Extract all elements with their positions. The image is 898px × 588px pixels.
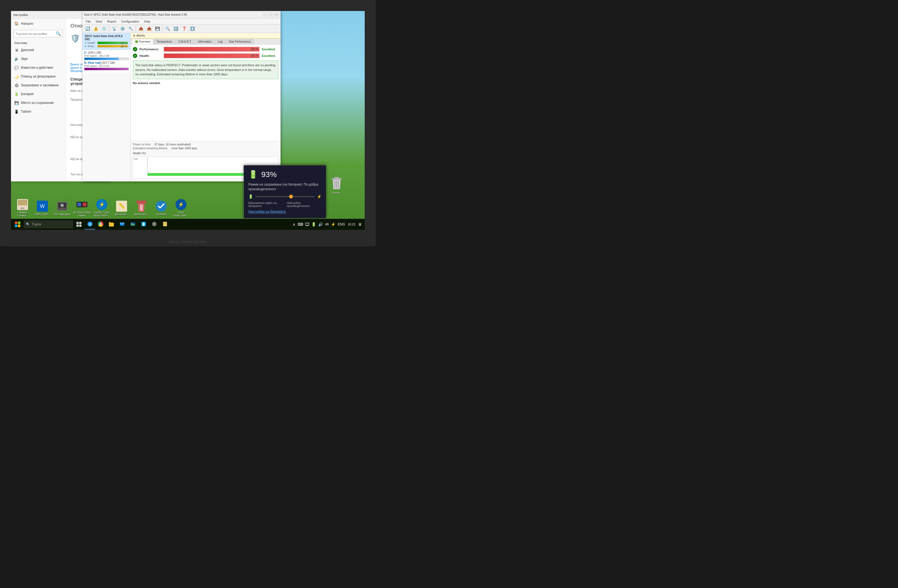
task-view-button[interactable] [74,219,84,230]
dell-brand-label: DELL PRECISION [170,240,206,244]
lifetime-value: more than 1000 days [171,147,197,150]
hdd-close-button[interactable]: ✕ [274,13,279,17]
svg-rect-16 [77,203,81,206]
taskbar-app-store[interactable] [138,219,149,230]
nav-notifications[interactable]: 💬 Известия и действия [11,63,66,72]
tray-icon-volume[interactable]: 🔊 [318,221,323,227]
hdd-menu-file[interactable]: File [84,19,93,24]
toolbar-import[interactable]: 📥 [145,25,153,32]
toolbar-refresh[interactable]: 🔄 [84,25,91,32]
taskbar-search[interactable]: 🔍 Търси [24,220,73,229]
taskbar-app-edge[interactable] [85,219,95,230]
tray-icon-battery[interactable]: 🔋 [311,221,317,227]
toolbar-help[interactable]: ❓ [180,25,188,32]
battery-slider[interactable] [255,196,315,197]
sound-label: Звук [21,57,28,61]
disk-item-ssd[interactable]: SPCC Solid State Disk (476,9 GB) ✔ Healt… [83,33,131,50]
app-turbo2[interactable]: ⚡ Turbo Boost_Intel... [172,198,190,217]
hdd-menu-help[interactable]: Help [142,19,153,24]
storage-icon: 💾 [14,101,19,105]
tray-notification-icon[interactable]: 🖥 [358,221,363,227]
app-deinstall[interactable]: Деинстала... [132,200,151,216]
toolbar-save[interactable]: 💾 [154,25,161,32]
tray-time[interactable]: 10:22 [346,223,357,226]
app-unchecky[interactable]: Unchecky [152,200,171,216]
temp-check-icon: ✔ [85,45,87,48]
tray-lang[interactable]: ENG [337,222,346,227]
health-result: Excellent [262,54,278,57]
temp-stat-row: ✔ Temp.: 100 % [85,45,128,48]
taskbar-app-settings[interactable] [149,219,160,230]
hdd-maximize-button[interactable]: □ [269,13,274,17]
toolbar-info[interactable]: ℹ️ [172,25,180,32]
power-label: Захранване и заспиване [21,83,58,87]
toolbar-wifi[interactable]: 📡 [110,25,118,32]
app-3dvision[interactable]: 3D Vision Photo Viewer [72,198,91,217]
system-header: Система [11,39,66,46]
battery-slider-row: 🔋 ⚡ [248,194,321,199]
perf-status-circle: ✔ [133,47,137,51]
nav-storage[interactable]: 💾 Място за съхранение [11,98,66,107]
nav-focus[interactable]: 🌙 Помощ за фокусиране [11,72,66,81]
hdd-menu-config[interactable]: Configuration [119,19,141,24]
taskbar-tray: ∧ ⌨ 🔋 🔊 46 ⚡ ENG 10:22 🖥 [291,221,364,227]
toolbar-update[interactable]: ⬇️ [188,25,196,32]
tray-icon-network[interactable] [305,221,310,227]
toolbar-search[interactable]: 🔍 [164,25,171,32]
health-bar-text: 100 % [251,54,258,58]
health-pct-label: Health (%) [133,152,278,155]
taskbar-app-photo[interactable] [128,219,138,230]
app-distance[interactable]: 📏 Дисташно... [112,200,131,216]
health-bar-container: 100 % [164,53,260,58]
recycle-bin[interactable]: Кошче [331,177,343,194]
nav-tablet[interactable]: 📱 Таблет [11,107,66,116]
tab-overview[interactable]: 🟢 Overview [132,39,153,44]
battery-pct-row: 🔋 93% [248,170,321,179]
nav-display[interactable]: 🖥 Дисплей [11,46,66,54]
hdd-menu-view[interactable]: View [94,19,105,24]
svg-rect-38 [77,222,78,224]
nav-sound[interactable]: 🔊 Звук [11,54,66,63]
tab-smart[interactable]: S.M.A.R.T. [175,39,195,44]
sound-icon: 🔊 [14,57,19,61]
toolbar-settings[interactable]: ⚙️ [118,25,126,32]
tray-icon-tablet[interactable]: ⌨ [297,221,304,227]
settings-search[interactable]: 🔍 [14,30,63,37]
tray-expand-icon[interactable]: ∧ [292,221,296,227]
hdd-menu-report[interactable]: Report [105,19,118,24]
unchecky-icon [155,200,167,212]
notifications-label: Известия и действия [21,66,53,69]
svg-rect-17 [83,203,87,206]
taskbar-app-chrome[interactable] [95,219,106,230]
tab-info[interactable]: Information [195,39,215,44]
start-button[interactable] [12,219,23,230]
taskbar-app-folder[interactable] [106,219,117,230]
nav-battery[interactable]: 🔋 Батерия [11,90,66,98]
tab-log[interactable]: Log [215,39,226,44]
network-icon [305,222,309,226]
toolbar-tools[interactable]: 🔧 [127,25,134,32]
app-turbo-boost[interactable]: ⚡ Intel(R) Turbo Boost Techn... [92,198,111,217]
health-bar: 100 % [97,41,128,44]
toolbar-export[interactable]: 📤 [137,25,145,32]
tablet-icon: 📱 [14,109,19,114]
taskbar-app-notes[interactable] [160,219,170,230]
home-icon: 🏠 [14,21,19,26]
hdd-minimize-button[interactable]: ─ [263,13,268,17]
nav-power[interactable]: ⏻ Захранване и заспиване [11,81,66,90]
task-view-icon [77,222,81,227]
battery-settings-link[interactable]: Настройки на батерията [248,210,321,213]
search-input[interactable] [16,32,55,35]
app-gwx[interactable]: W GWX_contr... [33,200,52,216]
toolbar-alert[interactable]: ⚠️ [92,25,100,32]
app-obqvi[interactable]: app Обявите Станиш... [13,198,32,217]
tab-temperature[interactable]: Temperature [154,39,175,44]
vol-c-free: Free Space 186,2 GB [84,54,129,57]
settings-home-nav[interactable]: 🏠 Начало [11,19,66,28]
temp-pct: 100 % [120,45,128,48]
toolbar-disk[interactable]: 💿 [100,25,108,32]
app-test-hd[interactable]: Тест хард диск [53,200,72,216]
display-label: Дисплей [21,48,34,52]
tab-perf[interactable]: Disk Performance [226,39,254,44]
taskbar-app-mail[interactable] [117,219,128,230]
